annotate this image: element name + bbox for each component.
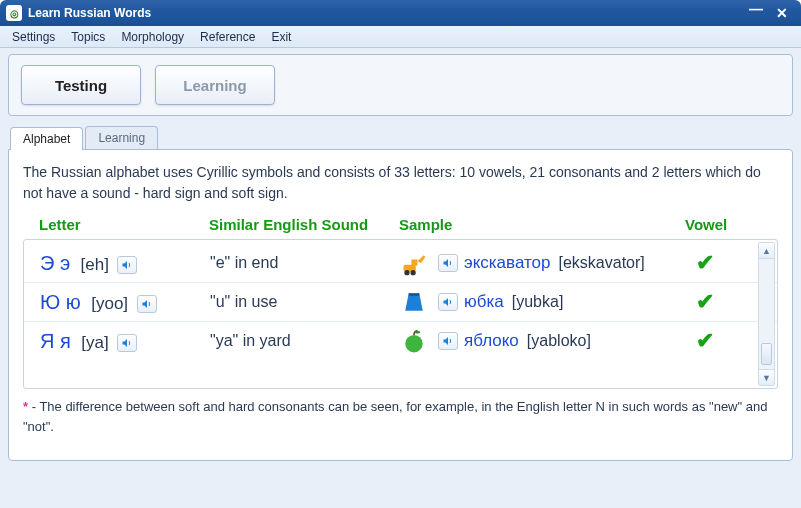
table-row: Э э [eh] "e" in end [24, 244, 777, 282]
col-letter: Letter [39, 216, 209, 233]
speaker-icon[interactable] [438, 332, 458, 350]
table-body: Э э [eh] "e" in end [23, 239, 778, 389]
speaker-icon[interactable] [438, 254, 458, 272]
speaker-icon[interactable] [117, 256, 137, 274]
svg-point-3 [411, 270, 416, 275]
apple-icon [400, 328, 428, 354]
footnote-text: - The difference between soft and hard c… [23, 399, 767, 434]
english-sound: "ya" in yard [210, 332, 400, 350]
scroll-thumb[interactable] [761, 343, 772, 365]
col-sample: Sample [399, 216, 679, 233]
speaker-icon[interactable] [117, 334, 137, 352]
phonetic: [eh] [81, 255, 109, 274]
letter: Я я [40, 330, 71, 352]
excavator-icon [400, 250, 428, 276]
speaker-icon[interactable] [438, 293, 458, 311]
tab-learning[interactable]: Learning [85, 126, 158, 149]
window-title: Learn Russian Words [28, 6, 151, 20]
minimize-button[interactable]: — [743, 4, 769, 22]
sample-translit: [yubka] [512, 293, 564, 311]
phonetic: [ya] [81, 333, 108, 352]
col-vowel: Vowel [679, 216, 759, 233]
titlebar: ◎ Learn Russian Words — ✕ [0, 0, 801, 26]
menu-settings[interactable]: Settings [4, 28, 63, 46]
sample-translit: [ekskavator] [559, 254, 645, 272]
scroll-up-button[interactable]: ▲ [759, 243, 774, 259]
footnote: * - The difference between soft and hard… [23, 397, 778, 436]
learning-button[interactable]: Learning [155, 65, 275, 105]
vowel-check-icon: ✔ [680, 289, 760, 315]
svg-point-2 [404, 270, 409, 275]
vowel-check-icon: ✔ [680, 328, 760, 354]
col-sound: Similar English Sound [209, 216, 399, 233]
app-icon: ◎ [6, 5, 22, 21]
scroll-down-button[interactable]: ▼ [759, 369, 774, 385]
tab-alphabet[interactable]: Alphabet [10, 127, 83, 150]
table-row: Я я [ya] "ya" in yard [24, 321, 777, 360]
sample-word: юбка [464, 292, 504, 312]
svg-rect-1 [411, 260, 417, 266]
sample-translit: [yabloko] [527, 332, 591, 350]
menubar: Settings Topics Morphology Reference Exi… [0, 26, 801, 48]
phonetic: [yoo] [91, 294, 128, 313]
skirt-icon [400, 289, 428, 315]
sample-word: яблоко [464, 331, 519, 351]
speaker-icon[interactable] [137, 295, 157, 313]
table-header: Letter Similar English Sound Sample Vowe… [23, 214, 778, 239]
table-row: Ю ю [yoo] "u" in use [24, 282, 777, 321]
vertical-scrollbar[interactable]: ▲ ▼ [758, 242, 775, 386]
vowel-check-icon: ✔ [680, 250, 760, 276]
letter: Э э [40, 252, 70, 274]
intro-text: The Russian alphabet uses Cyrillic symbo… [23, 162, 778, 204]
testing-button[interactable]: Testing [21, 65, 141, 105]
menu-reference[interactable]: Reference [192, 28, 263, 46]
tab-page-alphabet: The Russian alphabet uses Cyrillic symbo… [8, 149, 793, 461]
english-sound: "e" in end [210, 254, 400, 272]
tab-host: Alphabet Learning The Russian alphabet u… [8, 126, 793, 461]
letter: Ю ю [40, 291, 81, 313]
mode-panel: Testing Learning [8, 54, 793, 116]
svg-point-4 [405, 335, 423, 353]
menu-topics[interactable]: Topics [63, 28, 113, 46]
menu-morphology[interactable]: Morphology [113, 28, 192, 46]
svg-point-5 [415, 331, 420, 334]
menu-exit[interactable]: Exit [263, 28, 299, 46]
close-button[interactable]: ✕ [769, 4, 795, 22]
sample-word: экскаватор [464, 253, 551, 273]
english-sound: "u" in use [210, 293, 400, 311]
